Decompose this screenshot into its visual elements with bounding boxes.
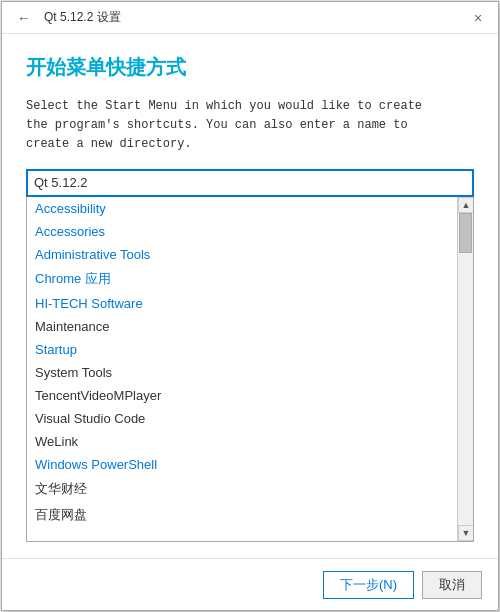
scroll-up-button[interactable]: ▲ [458,197,474,213]
content-area: 开始菜单快捷方式 Select the Start Menu in which … [2,34,498,558]
list-item[interactable]: WeLink [27,430,457,453]
list-item[interactable]: Administrative Tools [27,243,457,266]
list-item[interactable]: 文华财经 [27,476,457,502]
scrollbar-track-area [458,213,473,525]
back-button[interactable]: ← [14,8,34,28]
scrollbar-thumb[interactable] [459,213,472,253]
title-bar-left: ← Qt 5.12.2 设置 [14,8,121,28]
list-item[interactable]: HI-TECH Software [27,292,457,315]
cancel-button[interactable]: 取消 [422,571,482,599]
scrollbar: ▲ ▼ [457,197,473,541]
next-button[interactable]: 下一步(N) [323,571,414,599]
list-item[interactable]: Startup [27,338,457,361]
page-heading: 开始菜单快捷方式 [26,54,474,81]
list-item[interactable]: System Tools [27,361,457,384]
list-item[interactable]: Windows PowerShell [27,453,457,476]
installer-window: ← Qt 5.12.2 设置 × 开始菜单快捷方式 Select the Sta… [1,1,499,611]
list-item[interactable]: Chrome 应用 [27,266,457,292]
list-item[interactable]: TencentVideoMPlayer [27,384,457,407]
title-bar: ← Qt 5.12.2 设置 × [2,2,498,34]
list-item[interactable]: Visual Studio Code [27,407,457,430]
list-container: AccessibilityAccessoriesAdministrative T… [26,197,474,542]
list-item[interactable]: Accessibility [27,197,457,220]
footer: 下一步(N) 取消 [2,558,498,610]
description-text: Select the Start Menu in which you would… [26,97,474,155]
scroll-down-button[interactable]: ▼ [458,525,474,541]
list-item[interactable]: Maintenance [27,315,457,338]
list-item[interactable]: 百度网盘 [27,502,457,528]
close-button[interactable]: × [466,6,490,30]
list-items: AccessibilityAccessoriesAdministrative T… [27,197,457,541]
window-title: Qt 5.12.2 设置 [44,9,121,26]
directory-input[interactable] [26,169,474,197]
list-item[interactable]: Accessories [27,220,457,243]
